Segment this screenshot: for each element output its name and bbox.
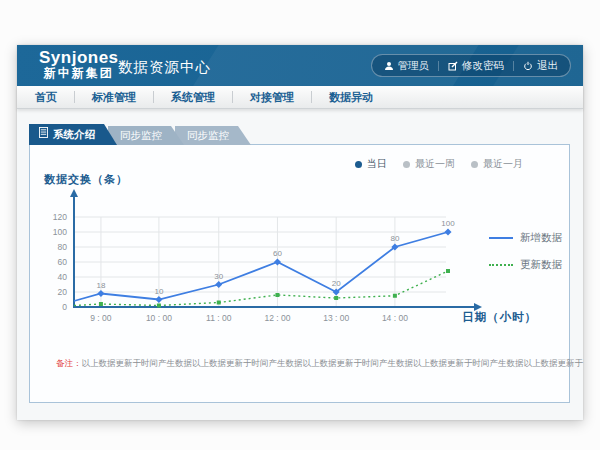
svg-text:20: 20 [332,279,341,288]
nav-item-integration[interactable]: 对接管理 [250,90,294,105]
svg-text:0: 0 [62,302,67,312]
app-header: Synjones 新中新集团 数据资源中心 管理员 修改密码 [17,45,583,86]
period-selector: 当日 最近一周 最近一月 [355,157,523,171]
svg-text:40: 40 [58,272,68,282]
content-area: 系统介绍 同步监控 同步监控 当日 最近一周 [17,109,583,420]
chart-legend: 新增数据 更新数据 [489,231,562,272]
document-icon [39,124,48,145]
logo-text-en: Synjones [39,49,119,67]
change-password-label: 修改密码 [462,59,504,73]
nav-divider [311,91,312,103]
svg-text:12 : 00: 12 : 00 [264,313,290,323]
period-option-today[interactable]: 当日 [355,157,387,171]
tab-label: 同步监控 [120,129,162,141]
tab-label: 系统介绍 [53,124,95,145]
nav-divider [232,91,233,103]
legend-entry-new-data: 新增数据 [489,231,562,245]
pill-divider [513,61,514,71]
tab-label: 同步监控 [187,129,229,141]
radio-icon [403,161,410,168]
user-menu: 管理员 修改密码 退出 [371,54,572,77]
svg-text:60: 60 [58,257,68,267]
nav-item-standards[interactable]: 标准管理 [92,90,136,105]
exchange-chart: 0204060801001209 : 0010 : 0011 : 0012 : … [48,183,488,338]
svg-text:18: 18 [96,281,105,290]
svg-text:10: 10 [154,287,163,296]
nav-item-data-changes[interactable]: 数据异动 [329,90,373,105]
period-label: 最近一周 [415,157,455,171]
svg-text:30: 30 [214,272,223,281]
period-option-last-week[interactable]: 最近一周 [403,157,455,171]
nav-divider [153,91,154,103]
logout-button[interactable]: 退出 [523,59,558,73]
page-title: 数据资源中心 [118,58,211,77]
footnote-label: 备注： [56,358,82,368]
logo-text-cn: 新中新集团 [39,67,119,80]
legend-swatch-1 [489,264,513,266]
svg-text:100: 100 [441,219,455,228]
change-password-button[interactable]: 修改密码 [448,59,504,73]
user-icon [384,61,394,71]
svg-text:10 : 00: 10 : 00 [146,313,172,323]
pill-divider [438,61,439,71]
tab-bar: 系统介绍 同步监控 同步监控 [29,124,242,145]
radio-icon [355,161,362,168]
logout-label: 退出 [537,59,558,73]
nav-item-system[interactable]: 系统管理 [171,90,215,105]
tab-system-intro[interactable]: 系统介绍 [29,124,117,145]
edit-icon [448,61,458,71]
nav-divider [74,91,75,103]
nav-item-home[interactable]: 首页 [35,90,57,105]
footnote: 备注：以上数据更新于时间产生数据以上数据更新于时间产生数据以上数据更新于时间产生… [56,358,583,370]
svg-text:120: 120 [53,212,67,222]
power-icon [523,61,533,71]
radio-icon [471,161,478,168]
svg-text:20: 20 [58,287,68,297]
svg-text:100: 100 [53,227,67,237]
period-option-last-month[interactable]: 最近一月 [471,157,523,171]
legend-label: 新增数据 [520,231,562,245]
legend-label: 更新数据 [520,258,562,272]
legend-swatch-0 [489,237,513,239]
legend-entry-update-data: 更新数据 [489,258,562,272]
footnote-text: 以上数据更新于时间产生数据以上数据更新于时间产生数据以上数据更新于时间产生数据以… [82,358,584,368]
user-name: 管理员 [398,59,430,73]
main-nav: 首页 标准管理 系统管理 对接管理 数据异动 [17,86,583,109]
svg-text:80: 80 [390,234,399,243]
svg-text:9 : 00: 9 : 00 [90,313,112,323]
company-logo: Synjones 新中新集团 [39,49,119,79]
svg-text:80: 80 [58,242,68,252]
tab-sync-monitor-1[interactable]: 同步监控 [108,126,184,145]
current-user-button[interactable]: 管理员 [384,59,430,73]
x-axis-title: 日期（小时） [462,310,537,325]
chart-panel: 当日 最近一周 最近一月 数据交换（条） 0204060801001209 : … [29,144,570,403]
svg-text:60: 60 [273,249,282,258]
svg-text:14 : 00: 14 : 00 [382,313,408,323]
tab-sync-monitor-2[interactable]: 同步监控 [175,126,251,145]
period-label: 最近一月 [483,157,523,171]
svg-text:13 : 00: 13 : 00 [323,313,349,323]
svg-text:11 : 00: 11 : 00 [206,313,232,323]
app-window: Synjones 新中新集团 数据资源中心 管理员 修改密码 [17,45,583,420]
period-label: 当日 [367,157,387,171]
